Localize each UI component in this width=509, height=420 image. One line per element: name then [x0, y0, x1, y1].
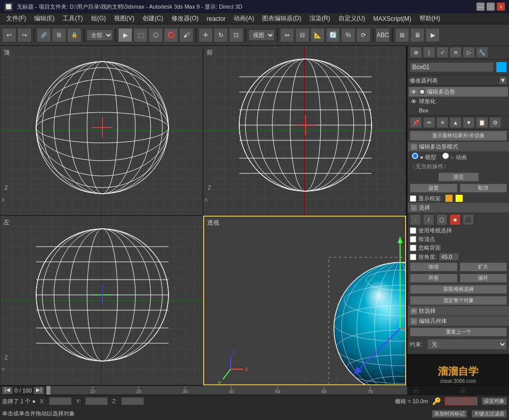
z-input[interactable] — [121, 397, 144, 405]
viewport-front[interactable]: 前 — [203, 46, 406, 216]
percent-snap-button[interactable]: % — [341, 28, 355, 42]
soft-sel-collapse[interactable]: + — [411, 308, 417, 314]
element-icon[interactable]: ⬛ — [463, 214, 474, 225]
bind-button[interactable]: 🔒 — [67, 28, 81, 42]
viewport-left[interactable]: 左 — [0, 216, 203, 385]
object-color-swatch[interactable] — [496, 62, 507, 73]
undo-button[interactable]: ↩ — [2, 28, 16, 42]
menu-edit[interactable]: 编辑(E) — [30, 13, 59, 24]
stack-make-unique-btn[interactable]: ⚙ — [489, 117, 501, 128]
expand-btn[interactable]: 扩大 — [460, 262, 507, 272]
menu-group[interactable]: 组(G) — [87, 13, 110, 24]
set-filter-btn[interactable]: 关键点过滤器 — [471, 410, 507, 418]
anim-radio[interactable] — [442, 153, 449, 159]
shrink-btn[interactable]: 收缩 — [410, 262, 458, 272]
menu-render[interactable]: 渲染(R) — [305, 13, 334, 24]
viewport-top[interactable]: 顶 — [0, 46, 203, 216]
viewport-perspective[interactable]: 透视 — [203, 216, 406, 385]
vertex-icon[interactable]: · — [410, 214, 421, 225]
select-filter-dropdown[interactable]: 全部 — [87, 29, 113, 41]
snap-toggle-button[interactable]: 📐 — [310, 28, 325, 42]
stack-pin-btn[interactable]: 📌 — [410, 117, 422, 128]
stack-delete-btn[interactable]: ✕ — [436, 117, 448, 128]
use-stack-sel-checkbox[interactable] — [410, 227, 416, 234]
menu-file[interactable]: 文件(F) — [2, 13, 30, 24]
rp-btn-5[interactable]: ▷ — [463, 47, 475, 58]
cancel-btn[interactable]: 取消 — [460, 184, 507, 193]
menu-modifiers[interactable]: 修改器(O) — [167, 13, 203, 24]
add-time-btn[interactable]: 添加时间标记 — [432, 410, 467, 418]
select-lasso-button[interactable]: ⭕ — [164, 28, 178, 42]
get-stack-btn[interactable]: 获取堆栈选择 — [410, 285, 507, 294]
redo-button[interactable]: ↪ — [17, 28, 32, 42]
show-cage-checkbox[interactable] — [410, 195, 416, 202]
modifier-spherify[interactable]: 👁 球形化 — [409, 97, 508, 106]
menu-reactor[interactable]: reactor — [203, 14, 230, 23]
rp-btn-3[interactable]: ✓ — [436, 47, 448, 58]
poly-icon[interactable]: ■ — [449, 214, 461, 225]
menu-customize[interactable]: 自定义(U) — [334, 13, 370, 24]
unlink-button[interactable]: ⛓ — [52, 28, 66, 42]
select-paint-button[interactable]: 🖌 — [179, 28, 193, 42]
view-mode-dropdown[interactable]: 视图 — [248, 29, 275, 41]
angle-thresh-input[interactable] — [439, 253, 459, 261]
cage-color-2[interactable] — [455, 194, 463, 202]
stack-edit-btn[interactable]: ✏ — [423, 117, 435, 128]
cage-color-1[interactable] — [445, 194, 453, 202]
constrain-select[interactable]: 无 — [427, 339, 507, 350]
rp-btn-1[interactable]: ⊕ — [410, 47, 422, 58]
repeat-last-btn[interactable]: 重复上一个 — [410, 327, 507, 337]
scale-button[interactable]: ⊡ — [229, 28, 243, 42]
stack-move-up-btn[interactable]: ▲ — [449, 117, 462, 128]
object-name-input[interactable] — [410, 62, 494, 72]
border-icon[interactable]: ⬡ — [436, 214, 447, 225]
rotate-button[interactable]: ↻ — [214, 28, 228, 42]
model-radio[interactable] — [412, 153, 418, 159]
by-vertex-checkbox[interactable] — [410, 236, 416, 243]
auto-key-btn[interactable]: 自动关键点 — [445, 397, 477, 405]
menu-animation[interactable]: 动画(A) — [230, 13, 258, 24]
angle-snap-button[interactable]: 🔄 — [326, 28, 340, 42]
menu-view[interactable]: 视图(V) — [110, 13, 138, 24]
ignore-back-checkbox[interactable] — [410, 245, 416, 251]
mirror-button[interactable]: ⇔ — [280, 28, 294, 42]
anim-radio-label[interactable]: ○ 动画 — [442, 153, 467, 161]
named-sel-button[interactable]: ABC — [376, 28, 390, 42]
prev-frame-btn[interactable]: |◀ — [2, 386, 13, 395]
menu-help[interactable]: 帮助(H) — [415, 13, 444, 24]
select-tool-button[interactable]: ▶ — [118, 28, 132, 42]
render-button[interactable]: ▶ — [426, 28, 440, 42]
rp-btn-4[interactable]: ✕ — [449, 47, 462, 58]
next-frame-btn[interactable]: ▶| — [34, 386, 44, 395]
minimize-button[interactable]: — — [476, 3, 485, 11]
modifier-edit-poly[interactable]: 👁 🔲 编辑多边形 — [409, 87, 508, 97]
spinner-snap-button[interactable]: ⟳ — [356, 28, 371, 42]
angle-thresh-checkbox[interactable] — [410, 254, 416, 260]
layer-button[interactable]: ⊞ — [395, 28, 409, 42]
rp-btn-6[interactable]: 🔧 — [476, 47, 488, 58]
edge-icon[interactable]: / — [423, 214, 434, 225]
stack-move-down-btn[interactable]: ▼ — [463, 117, 475, 128]
move-button[interactable]: ✛ — [199, 28, 213, 42]
x-input[interactable] — [49, 397, 72, 405]
settings-btn[interactable]: 设置 — [410, 184, 458, 193]
modifier-list-row[interactable]: 修改器列表 ▼ — [408, 75, 509, 86]
edit-geo-collapse[interactable]: - — [411, 318, 417, 324]
align-button[interactable]: ⊟ — [295, 28, 309, 42]
edit-mode-collapse[interactable]: - — [411, 144, 417, 150]
render-setup-button[interactable]: 🖥 — [410, 28, 425, 42]
menu-create[interactable]: 创建(C) — [138, 13, 167, 24]
ring-btn[interactable]: 环形 — [410, 274, 458, 283]
set-key-btn[interactable]: 设定对象 — [482, 397, 507, 405]
select-all-btn[interactable]: 选定整个对象 — [410, 296, 507, 305]
select-region-button[interactable]: ⬚ — [133, 28, 148, 42]
menu-maxscript[interactable]: MAXScript(M) — [369, 14, 415, 23]
stack-paste-btn[interactable]: 📋 — [476, 117, 488, 128]
loop-btn[interactable]: 循环 — [460, 274, 507, 283]
select-poly-button[interactable]: ⬡ — [149, 28, 163, 42]
rp-btn-2[interactable]: | — [423, 47, 435, 58]
close-button[interactable]: ✕ — [497, 3, 505, 11]
select-collapse[interactable]: - — [411, 205, 417, 211]
menu-tools[interactable]: 工具(T) — [59, 13, 87, 24]
maximize-button[interactable]: □ — [487, 3, 495, 11]
